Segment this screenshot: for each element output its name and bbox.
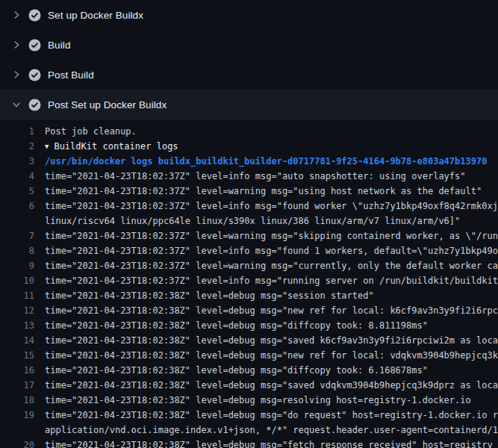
step-title: Build [48,40,71,51]
log-line: 7 ▼time="2021-04-23T18:02:37Z" level=war… [0,228,498,243]
log-line-text: ▼time="2021-04-23T18:02:38Z" level=debug… [34,408,498,423]
log-line-text: ▼time="2021-04-23T18:02:38Z" level=debug… [34,333,498,348]
log-line: 3 ▼/usr/bin/docker logs buildx_buildkit_… [0,154,498,169]
log-line: 5 ▼time="2021-04-23T18:02:37Z" level=war… [0,184,498,199]
log-line-number[interactable]: 19 [0,408,34,423]
log-line-text: ▼time="2021-04-23T18:02:37Z" level=info … [34,243,498,258]
group-toggle-icon[interactable]: ▼ [45,139,49,154]
log-line: 20 ▼time="2021-04-23T18:02:38Z" level=de… [0,438,498,448]
log-line: 15 ▼time="2021-04-23T18:02:38Z" level=de… [0,348,498,363]
log-line-text: ▼time="2021-04-23T18:02:38Z" level=debug… [34,303,498,318]
log-line: 17 ▼time="2021-04-23T18:02:38Z" level=de… [0,378,498,393]
step-section-build[interactable]: Build [0,30,498,60]
log-line-number[interactable]: 11 [0,288,34,303]
chevron-down-icon[interactable] [10,99,22,111]
check-circle-icon [28,69,41,81]
log-line-text: ▼time="2021-04-23T18:02:38Z" level=debug… [34,378,498,393]
log-line-number[interactable]: 2 [0,139,34,154]
log-line: 13 ▼time="2021-04-23T18:02:38Z" level=de… [0,318,498,333]
log-line-text: ▼time="2021-04-23T18:02:37Z" level=info … [34,169,466,184]
log-line: 12 ▼time="2021-04-23T18:02:38Z" level=de… [0,303,498,318]
log-line-text: ▼application/vnd.oci.image.index.v1+json… [34,423,498,438]
log-line-text: ▼time="2021-04-23T18:02:38Z" level=debug… [34,438,493,448]
step-title: Post Build [48,69,94,81]
check-circle-icon [28,9,41,22]
log-line: 10 ▼time="2021-04-23T18:02:37Z" level=in… [0,273,498,288]
log-line: 14 ▼time="2021-04-23T18:02:38Z" level=de… [0,333,498,348]
log-line-text: ▼linux/riscv64 linux/ppc64le linux/s390x… [34,214,460,228]
log-line: 4 ▼time="2021-04-23T18:02:37Z" level=inf… [0,169,498,184]
log-line-number[interactable]: 12 [0,303,34,318]
log-line-number[interactable]: 8 [0,243,34,258]
log-line: 16 ▼time="2021-04-23T18:02:38Z" level=de… [0,363,498,378]
log-line-text: ▼time="2021-04-23T18:02:37Z" level=warni… [34,228,498,243]
step-title: Set up Docker Buildx [48,10,143,21]
log-line-number[interactable]: 6 [0,199,34,214]
log-line-number[interactable]: 4 [0,169,34,184]
chevron-right-icon[interactable] [10,9,22,21]
chevron-right-icon[interactable] [10,69,22,81]
log-line-text: ▼time="2021-04-23T18:02:37Z" level=info … [34,199,498,214]
log-line-text: ▼time="2021-04-23T18:02:38Z" level=debug… [34,288,374,303]
log-line: 9 ▼time="2021-04-23T18:02:37Z" level=war… [0,258,498,273]
log-line-number[interactable]: 14 [0,333,34,348]
job-steps-list: Set up Docker Buildx Build Post Build Po… [0,0,498,119]
step-section-set-up-docker-buildx[interactable]: Set up Docker Buildx [0,0,498,30]
log-line-text: ▼time="2021-04-23T18:02:38Z" level=debug… [34,318,428,333]
log-line-text: ▼time="2021-04-23T18:02:37Z" level=info … [34,273,498,288]
log-line-text: ▼time="2021-04-23T18:02:37Z" level=warni… [34,258,498,273]
log-line-number[interactable]: 13 [0,318,34,333]
log-line: 11 ▼time="2021-04-23T18:02:38Z" level=de… [0,288,498,303]
log-line: 19 ▼time="2021-04-23T18:02:38Z" level=de… [0,408,498,423]
log-line-number[interactable]: 18 [0,393,34,408]
step-section-post-set-up-docker-buildx[interactable]: Post Set up Docker Buildx [0,90,498,119]
chevron-right-icon[interactable] [10,39,22,51]
log-line-number[interactable]: 5 [0,184,34,199]
log-line-text: ▼time="2021-04-23T18:02:38Z" level=debug… [34,348,498,363]
log-line-text: ▼time="2021-04-23T18:02:38Z" level=debug… [34,363,428,378]
log-line-number[interactable]: 10 [0,273,34,288]
log-line: 6 ▼time="2021-04-23T18:02:37Z" level=inf… [0,199,498,214]
log-line-text: ▼time="2021-04-23T18:02:38Z" level=debug… [34,393,471,408]
log-line: 1 ▼Post job cleanup. [0,124,498,139]
log-line-number[interactable]: 20 [0,438,34,448]
log-line-number[interactable]: 1 [0,124,34,139]
log-line-number[interactable] [0,214,34,228]
log-line-text: ▼BuildKit container logs [34,139,178,154]
step-section-post-build[interactable]: Post Build [0,60,498,90]
log-line-number[interactable]: 7 [0,228,34,243]
log-line-text: ▼/usr/bin/docker logs buildx_buildkit_bu… [34,154,487,169]
log-line: ▼linux/riscv64 linux/ppc64le linux/s390x… [0,214,498,228]
log-line: 8 ▼time="2021-04-23T18:02:37Z" level=inf… [0,243,498,258]
step-title: Post Set up Docker Buildx [48,99,166,111]
log-line: 18 ▼time="2021-04-23T18:02:38Z" level=de… [0,393,498,408]
check-circle-icon [28,39,41,52]
log-line-text: ▼Post job cleanup. [34,124,137,139]
log-lines: 1 ▼Post job cleanup. 2 ▼BuildKit contain… [0,119,498,448]
check-circle-icon [28,99,41,111]
log-line-number[interactable]: 3 [0,154,34,169]
log-line: 2 ▼BuildKit container logs [0,139,498,154]
log-line: ▼application/vnd.oci.image.index.v1+json… [0,423,498,438]
log-line-number[interactable] [0,423,34,438]
log-line-number[interactable]: 15 [0,348,34,363]
log-line-text: ▼time="2021-04-23T18:02:37Z" level=warni… [34,184,482,199]
log-line-number[interactable]: 9 [0,258,34,273]
log-line-number[interactable]: 16 [0,363,34,378]
log-line-number[interactable]: 17 [0,378,34,393]
